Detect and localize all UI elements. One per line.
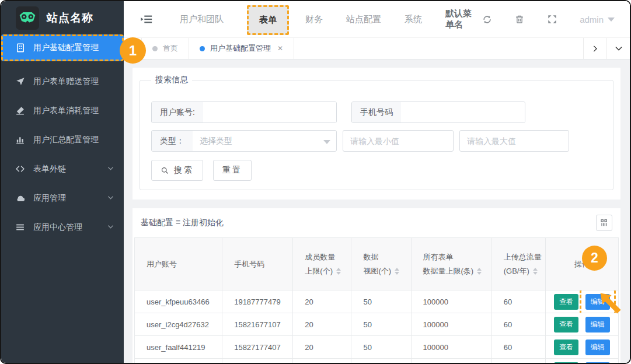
- tab-label: 首页: [163, 43, 178, 54]
- cell-traffic: 60: [491, 313, 545, 336]
- phone-input[interactable]: [401, 102, 525, 123]
- col-header-traffic[interactable]: 上传总流量 (GB/年): [491, 238, 545, 290]
- chevron-down-icon: [323, 140, 330, 148]
- table-panel: 基础配置 = 注册初始化: [133, 208, 620, 363]
- tab-user-basic-config[interactable]: 用户基础配置管理 ✕: [189, 38, 294, 59]
- sidebar-item-app-center-management[interactable]: 应用中心管理: [1, 213, 124, 242]
- type-select-value: 选择类型: [200, 136, 232, 146]
- sort-icon[interactable]: [533, 265, 538, 277]
- cell-views: 50: [351, 336, 411, 359]
- cell-phone: 19124655489: [222, 359, 293, 363]
- sort-icon[interactable]: [395, 265, 399, 277]
- cell-phone: 15821677107: [222, 313, 293, 336]
- step-1-marker: 1: [120, 37, 146, 64]
- cell-records: 100000: [411, 313, 491, 336]
- code-icon: [15, 164, 26, 174]
- cell-records: 100000: [411, 336, 491, 359]
- sort-icon[interactable]: [336, 265, 341, 277]
- cell-members: 20: [293, 359, 351, 363]
- cell-records: 100000: [411, 359, 491, 363]
- owl-logo-icon: [16, 6, 39, 30]
- account-field-group: 用户账号:: [151, 102, 337, 123]
- col-header-views[interactable]: 数据 视图(个): [351, 238, 411, 290]
- cell-actions: 查看 编辑: [545, 359, 618, 363]
- admin-dropdown[interactable]: admin: [580, 14, 615, 25]
- phone-field-group: 手机号码: [351, 102, 525, 123]
- nav-item-users-teams[interactable]: 用户和团队: [180, 14, 224, 25]
- bar-chart-icon: [15, 135, 26, 145]
- cell-records: 100000: [411, 290, 491, 313]
- type-select[interactable]: 选择类型: [193, 131, 336, 151]
- cell-account: user_faalf441219: [135, 336, 222, 359]
- account-input[interactable]: [203, 102, 336, 123]
- table-header-bar: 基础配置 = 注册初始化: [133, 208, 620, 237]
- topnav-left: 用户和团队 表单 财务 站点配置 系统: [140, 4, 445, 35]
- topnav-right: 默认菜单名: [445, 8, 615, 30]
- brand-header: 站点名称: [1, 1, 124, 34]
- admin-username: admin: [580, 15, 604, 24]
- chevron-down-icon: [107, 223, 114, 232]
- page-content: 搜索信息 用户账号: 手机号码 类型：: [124, 60, 630, 363]
- send-icon: [15, 76, 26, 87]
- search-fieldset: 搜索信息 用户账号: 手机号码 类型：: [140, 75, 613, 190]
- sidebar-item-app-management[interactable]: 应用管理: [1, 184, 124, 213]
- sidebar-item-form-external-link[interactable]: 表单外链: [1, 155, 124, 184]
- col-header-records[interactable]: 所有表单 数据量上限(条): [411, 238, 491, 290]
- edit-button[interactable]: 编辑: [585, 340, 610, 355]
- site-title: 站点名称: [47, 10, 93, 26]
- search-button[interactable]: 搜索: [151, 160, 203, 181]
- fullscreen-icon[interactable]: [547, 14, 557, 24]
- sort-icon[interactable]: [477, 265, 482, 277]
- chevron-down-icon: [107, 164, 114, 174]
- cell-views: 50: [351, 313, 411, 336]
- reset-button-label: 重置: [222, 165, 242, 176]
- trash-icon[interactable]: [514, 14, 525, 24]
- tabs-next-button[interactable]: [583, 38, 606, 59]
- chevron-down-icon: [107, 194, 114, 203]
- sidebar-item-form-consume[interactable]: 用户表单消耗管理: [1, 96, 124, 125]
- sidebar-item-user-summary-config[interactable]: 用户汇总配置管理: [1, 125, 124, 155]
- phone-label: 手机号码: [352, 102, 401, 123]
- type-field-group: 类型： 选择类型: [151, 130, 337, 152]
- nav-item-system[interactable]: 系统: [405, 14, 422, 25]
- cell-members: 20: [293, 313, 351, 336]
- cell-account: user_kfpeuu63466: [135, 290, 222, 313]
- cell-members: 20: [293, 290, 351, 313]
- sidebar-item-label: 用户表单赠送管理: [33, 76, 99, 87]
- nav-item-forms[interactable]: 表单: [247, 5, 289, 35]
- refresh-icon[interactable]: [482, 15, 492, 24]
- search-panel: 搜索信息 用户账号: 手机号码 类型：: [133, 68, 620, 200]
- edit-button[interactable]: 编辑: [585, 362, 610, 363]
- sidebar-item-user-basic-config[interactable]: 用户基础配置管理: [1, 34, 124, 61]
- max-value-input[interactable]: [459, 130, 569, 152]
- nav-item-finance[interactable]: 财务: [305, 14, 323, 25]
- sidebar-item-label: 用户汇总配置管理: [33, 135, 99, 145]
- min-value-input[interactable]: [343, 130, 454, 152]
- tab-home[interactable]: 首页: [141, 38, 189, 59]
- view-button[interactable]: 查看: [554, 340, 578, 355]
- close-icon[interactable]: ✕: [277, 44, 283, 52]
- default-menu-name[interactable]: 默认菜单名: [445, 8, 492, 30]
- view-button[interactable]: 查看: [554, 294, 578, 310]
- search-row-3: 搜索 重置: [151, 160, 602, 181]
- nav-item-site-config[interactable]: 站点配置: [346, 14, 381, 25]
- sidebar-item-label: 表单外链: [33, 164, 66, 174]
- table-row: user_xaymrw436... 19124655489 20 50 1000…: [135, 359, 619, 363]
- sidebar-item-label: 用户表单消耗管理: [33, 106, 99, 116]
- view-button[interactable]: 查看: [554, 362, 578, 363]
- reset-button[interactable]: 重置: [213, 160, 252, 181]
- tabs-menu-button[interactable]: [606, 38, 630, 59]
- sidebar-item-form-gift[interactable]: 用户表单赠送管理: [1, 67, 124, 96]
- view-button[interactable]: 查看: [554, 317, 578, 332]
- col-header-members[interactable]: 成员数量 上限(个): [293, 238, 351, 290]
- tab-dot-icon: [152, 46, 158, 51]
- account-label: 用户账号:: [152, 102, 203, 123]
- column-settings-button[interactable]: [596, 215, 612, 231]
- cell-account: user_xaymrw436...: [135, 359, 222, 363]
- table-header-row: 用户账号 手机号码 成员数量 上限(个) 数据: [135, 238, 619, 290]
- default-menu-label: 默认菜单名: [445, 8, 477, 30]
- collapse-sidebar-icon[interactable]: [140, 13, 153, 26]
- cell-traffic: 60: [491, 290, 545, 313]
- cloud-icon: [15, 193, 26, 204]
- col-header-actions: 操作: [545, 238, 618, 290]
